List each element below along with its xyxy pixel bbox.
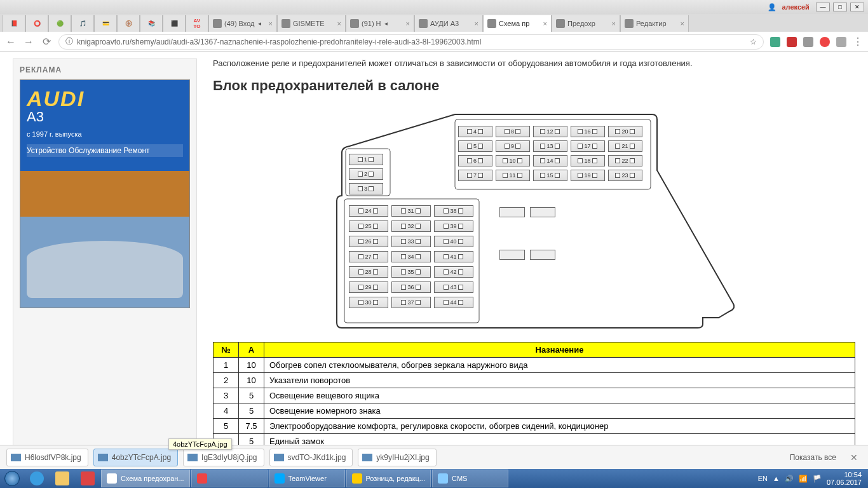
pinned-tab[interactable]: ⭕ — [25, 15, 48, 32]
download-item[interactable]: IgE3dIyU8jQ.jpg — [183, 449, 264, 466]
browser-tab[interactable]: Редактир× — [620, 15, 689, 32]
chrome-account-icon[interactable]: 👤 — [768, 3, 776, 11]
fuse-34: 34 — [391, 251, 431, 262]
fuse-20: 20 — [608, 126, 642, 137]
intro-text: Расположение реле и предохранителей може… — [213, 58, 855, 68]
maximize-button[interactable]: □ — [833, 3, 847, 11]
download-item[interactable]: H6losdfVP8k.jpg — [6, 449, 88, 466]
tray-clock[interactable]: 10:54 07.06.2017 — [827, 471, 862, 486]
taskbar-explorer[interactable] — [50, 469, 75, 488]
taskbar-app[interactable]: CMS — [432, 470, 508, 487]
fuse-44: 44 — [434, 297, 473, 308]
fuse-28: 28 — [349, 266, 388, 278]
ext-icon[interactable] — [803, 37, 813, 47]
download-item[interactable]: svdTO-JKd1k.jpg — [269, 449, 353, 466]
ext-icon[interactable] — [770, 37, 780, 47]
fuse-31: 31 — [391, 205, 431, 217]
table-header: Назначение — [264, 342, 855, 358]
fuse-43: 43 — [434, 281, 473, 293]
ext-icon[interactable] — [836, 37, 846, 47]
pinned-tab[interactable]: ⬛ — [163, 15, 186, 32]
main-content: Расположение реле и предохранителей може… — [197, 58, 855, 446]
fuse-5: 5 — [458, 140, 492, 152]
taskbar: Схема предохран...TeamViewerРозница, ред… — [0, 469, 868, 488]
fuse-41: 41 — [434, 251, 473, 262]
pinned-tab[interactable]: 💳 — [94, 15, 117, 32]
back-button[interactable]: ← — [5, 36, 17, 48]
section-heading: Блок предохранителей в салоне — [213, 78, 855, 94]
taskbar-ie[interactable] — [24, 469, 50, 488]
image-icon — [362, 454, 372, 461]
fuse-27: 27 — [349, 251, 388, 262]
fuse-4: 4 — [458, 126, 492, 137]
download-shelf: H6losdfVP8k.jpg4obzYTcFcpA.jpgIgE3dIyU8j… — [0, 445, 868, 469]
url-text: knigaproavto.ru/shemy/audi/audi-a3/1367-… — [77, 37, 481, 46]
fuse-15: 15 — [533, 170, 567, 181]
minimize-button[interactable]: — — [816, 3, 830, 11]
fuse-14: 14 — [533, 155, 567, 166]
pinned-tab[interactable]: 🟢 — [48, 15, 71, 32]
ext-icon[interactable] — [787, 37, 797, 47]
chrome-user: алексей — [782, 3, 809, 11]
pinned-tab[interactable]: 🛞 — [117, 15, 140, 32]
taskbar-app[interactable] — [75, 469, 100, 488]
tray-sound-icon[interactable]: 🔊 — [785, 475, 794, 483]
reload-button[interactable]: ⟳ — [41, 36, 52, 48]
fuse-36: 36 — [391, 281, 431, 293]
table-header: А — [239, 342, 264, 358]
taskbar-app[interactable]: TeamViewer — [269, 470, 345, 487]
fuse-18: 18 — [571, 155, 605, 166]
download-tooltip: 4obzYTcFcpA.jpg — [168, 438, 232, 450]
fuse-22: 22 — [608, 155, 642, 166]
pinned-tab[interactable]: 📕 — [3, 15, 25, 32]
fuse-40: 40 — [434, 236, 473, 247]
browser-tab[interactable]: АУДИ А3× — [414, 15, 483, 32]
ext-icon[interactable] — [820, 37, 830, 47]
taskbar-app[interactable]: Розница, редакц... — [346, 470, 431, 487]
close-shelf-button[interactable]: ✕ — [846, 452, 862, 463]
fuse-3: 3 — [349, 183, 383, 194]
car-image — [27, 241, 183, 298]
table-row: 35Освещение вещевого ящика — [214, 388, 855, 403]
fuse-24: 24 — [349, 205, 388, 217]
pinned-tab[interactable]: 🎵 — [71, 15, 94, 32]
fuse-30: 30 — [349, 297, 388, 308]
image-icon — [98, 454, 108, 461]
fuse-2: 2 — [349, 168, 383, 180]
url-input[interactable]: ⓘ knigaproavto.ru/shemy/audi/audi-a3/136… — [58, 34, 764, 50]
fuse-diagram: 123 4812162059131721610141822711151923 2… — [334, 107, 735, 329]
fuse-21: 21 — [608, 140, 642, 152]
fuse-10: 10 — [496, 155, 530, 166]
ad-book-cover[interactable]: AUDI A3 с 1997 г. выпуска Устройство Обс… — [20, 79, 190, 308]
system-tray: EN ▲ 🔊 📶 🏳️ 10:54 07.06.2017 — [752, 471, 868, 486]
tray-lang[interactable]: EN — [758, 475, 768, 482]
taskbar-app[interactable]: Схема предохран... — [101, 470, 190, 487]
pinned-tab[interactable]: AVTO — [186, 15, 208, 32]
forward-button[interactable]: → — [23, 36, 34, 48]
browser-tab[interactable]: GISMETE× — [277, 15, 346, 32]
fuse-1: 1 — [349, 154, 383, 165]
show-all-downloads[interactable]: Показать все — [785, 451, 841, 464]
taskbar-app[interactable] — [191, 470, 268, 487]
menu-button[interactable]: ⋮ — [853, 37, 863, 47]
browser-tab[interactable]: Схема пр× — [483, 15, 552, 32]
fuse-13: 13 — [533, 140, 567, 152]
fuse-42: 42 — [434, 266, 473, 278]
browser-tab[interactable]: Предохр× — [552, 15, 620, 32]
table-row: 45Освещение номерного знака — [214, 403, 855, 419]
fuse-33: 33 — [391, 236, 431, 247]
browser-tab[interactable]: (91) Н◄× — [346, 15, 414, 32]
tray-flag-icon[interactable]: 🏳️ — [813, 475, 822, 483]
start-button[interactable] — [0, 469, 24, 488]
download-item[interactable]: yk9yIHu2jXI.jpg — [358, 449, 436, 466]
download-item[interactable]: 4obzYTcFcpA.jpg — [93, 449, 178, 466]
pinned-tab[interactable]: 📚 — [140, 15, 163, 32]
image-icon — [11, 454, 21, 461]
browser-tab[interactable]: (49) Вход◄× — [208, 15, 277, 32]
tray-icon[interactable]: ▲ — [773, 475, 780, 482]
tray-network-icon[interactable]: 📶 — [799, 475, 808, 483]
table-row: 110Обогрев сопел стеклоомывателя, обогре… — [214, 358, 855, 373]
fuse-9: 9 — [496, 140, 530, 152]
fuse-6: 6 — [458, 155, 492, 166]
close-button[interactable]: ✕ — [850, 3, 864, 11]
